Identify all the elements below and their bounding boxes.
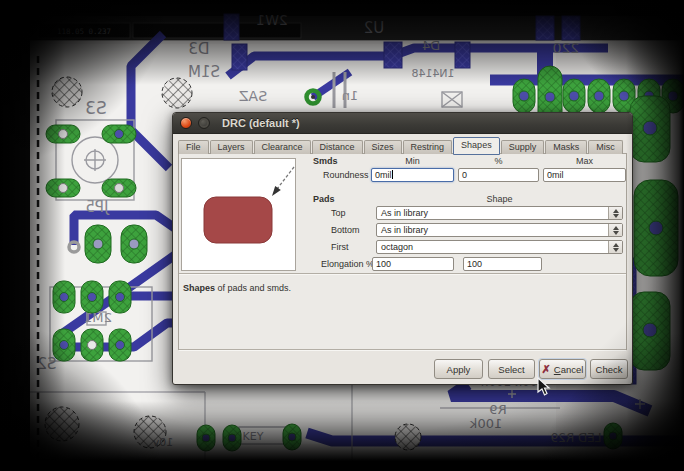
- tab-layers[interactable]: Layers: [210, 140, 253, 154]
- pcb-label-jp5: JP5: [85, 198, 109, 216]
- pads-section-label: Pads: [313, 194, 335, 204]
- pcb-label-100k: 100k: [469, 416, 502, 431]
- roundness-label: Roundness: [323, 170, 369, 180]
- dialog-tabbar: File Layers Clearance Distance Sizes Res…: [178, 138, 627, 154]
- screenshot-root: 118.05 0.237: [0, 0, 684, 471]
- window-close-button[interactable]: [180, 117, 192, 129]
- smd-preview-pad: [204, 197, 272, 243]
- pcb-label-220: 220: [553, 40, 580, 56]
- pcb-label-1n4148: 1N4148: [411, 67, 454, 80]
- pcb-label-2m1: 2M1: [84, 310, 112, 325]
- tab-masks[interactable]: Masks: [545, 140, 587, 154]
- apply-button[interactable]: Apply: [434, 359, 483, 379]
- select-button[interactable]: Select: [488, 359, 535, 379]
- separator: [179, 349, 626, 351]
- first-label: First: [331, 242, 349, 252]
- combo-spinner[interactable]: [608, 241, 622, 253]
- tab-description: Shapes of pads and smds.: [183, 283, 291, 293]
- combo-spinner[interactable]: [608, 224, 622, 236]
- pcb-label-u2: U2: [364, 19, 385, 37]
- dialog-titlebar[interactable]: DRC (default *): [173, 113, 632, 134]
- coordinate-readout: 118.05 0.237: [57, 27, 111, 36]
- column-header-max: Max: [543, 156, 626, 166]
- window-title: DRC (default *): [222, 117, 300, 129]
- pcb-label-r9: R9: [489, 402, 506, 417]
- cancel-button[interactable]: ✗Cancel: [539, 359, 586, 379]
- tab-supply[interactable]: Supply: [501, 140, 545, 154]
- smd-preview-drawing: [182, 159, 295, 270]
- tab-clearance[interactable]: Clearance: [254, 140, 311, 154]
- pcb-label-d3: D3: [188, 40, 209, 58]
- elongation-max-input[interactable]: 100: [463, 257, 542, 271]
- roundness-min-input[interactable]: 0mil: [371, 168, 454, 182]
- check-button[interactable]: Check: [590, 359, 628, 379]
- tab-restring[interactable]: Restring: [403, 140, 453, 154]
- pcb-label-key: KEY: [243, 430, 264, 443]
- pcb-label-s3: S3: [85, 98, 107, 118]
- top-label: Top: [331, 208, 346, 218]
- pcb-label-ledr29: LED R29: [551, 431, 602, 445]
- pcb-label-1n: 1n: [342, 88, 359, 103]
- cancel-x-icon: ✗: [542, 364, 551, 375]
- roundness-arrow-line: [277, 167, 294, 189]
- tab-misc[interactable]: Misc: [588, 140, 623, 154]
- text-caret: [392, 170, 393, 179]
- tab-file[interactable]: File: [178, 140, 209, 154]
- pcb-label-s2: S2: [37, 355, 56, 373]
- pcb-label-2w1: 2W1: [256, 12, 288, 28]
- tab-shapes[interactable]: Shapes: [453, 137, 500, 155]
- bottom-label: Bottom: [331, 225, 360, 235]
- pcb-label-10v: 10v: [152, 436, 173, 449]
- roundness-max-input[interactable]: 0mil: [543, 168, 626, 182]
- column-header-min: Min: [371, 156, 454, 166]
- smds-section-label: Smds: [313, 156, 338, 166]
- tab-sizes[interactable]: Sizes: [364, 140, 402, 154]
- app-toolbar-remnant: 118.05 0.237: [30, 16, 684, 41]
- pcb-label-d4: D4: [422, 38, 440, 53]
- mouse-cursor: [537, 377, 553, 397]
- tab-distance[interactable]: Distance: [312, 140, 363, 154]
- drc-dialog: DRC (default *) File Layers Clearance Di…: [172, 112, 633, 385]
- bottom-shape-select[interactable]: As in library: [376, 223, 623, 237]
- separator: [179, 273, 626, 275]
- roundness-pct-input[interactable]: 0: [458, 168, 539, 182]
- elongation-label: Elongation %: [321, 259, 374, 269]
- roundness-arrow-head: [272, 186, 281, 196]
- pcb-label-s1m: S1M: [188, 63, 220, 81]
- elongation-min-input[interactable]: 100: [372, 257, 454, 271]
- column-header-pct: %: [458, 156, 539, 166]
- pcb-label-saz: SAZ: [239, 88, 267, 104]
- window-minimize-button[interactable]: [198, 117, 210, 129]
- first-shape-select[interactable]: octagon: [376, 240, 623, 254]
- top-shape-select[interactable]: As in library: [376, 206, 623, 220]
- smd-preview: [181, 158, 296, 271]
- combo-spinner[interactable]: [608, 207, 622, 219]
- shape-column-header: Shape: [376, 194, 623, 204]
